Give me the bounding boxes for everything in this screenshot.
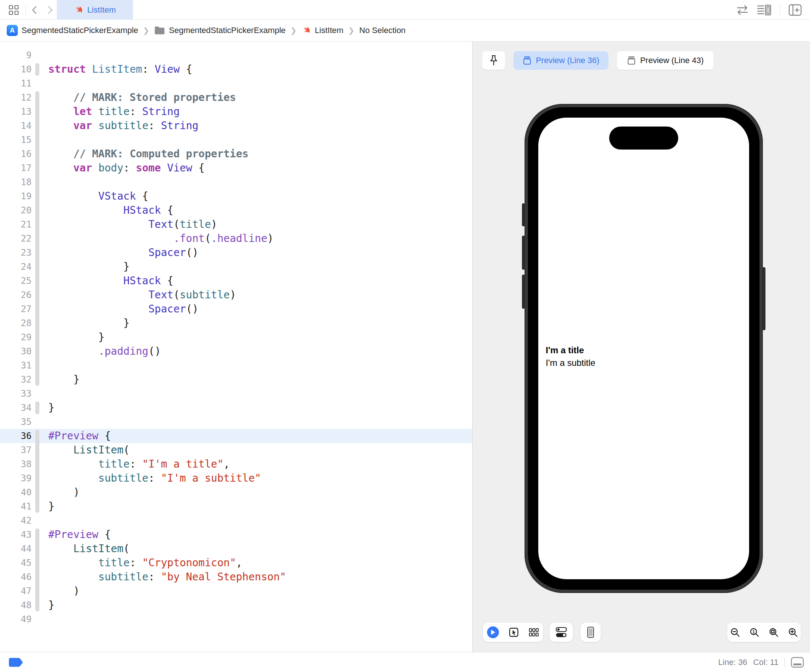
code-line[interactable]: 40 ) xyxy=(0,485,472,499)
code-line[interactable]: 21 Text(title) xyxy=(0,217,472,232)
code-line[interactable]: 32 } xyxy=(0,372,472,387)
forward-icon[interactable] xyxy=(45,5,54,15)
preview-tab-line36[interactable]: Preview (Line 36) xyxy=(513,51,608,70)
line-number[interactable]: 19 xyxy=(0,189,32,203)
line-number[interactable]: 17 xyxy=(0,161,32,175)
line-number[interactable]: 12 xyxy=(0,91,32,104)
pin-preview-button[interactable] xyxy=(482,51,505,70)
toggle-bottom-bar-icon[interactable] xyxy=(791,657,804,668)
line-number[interactable]: 11 xyxy=(0,76,32,91)
code-line[interactable]: 49 xyxy=(0,612,472,627)
code-line[interactable]: 43#Preview { xyxy=(0,528,472,542)
code-line[interactable]: 33 xyxy=(0,387,472,401)
code-review-icon[interactable] xyxy=(736,5,749,15)
line-number[interactable]: 48 xyxy=(0,598,32,612)
line-number[interactable]: 18 xyxy=(0,175,32,189)
add-editor-icon[interactable] xyxy=(788,4,802,16)
code-line[interactable]: 18 xyxy=(0,175,472,189)
code-line[interactable]: 11 xyxy=(0,76,472,91)
back-icon[interactable] xyxy=(30,5,40,15)
breadcrumb-selection[interactable]: No Selection xyxy=(359,25,406,35)
line-number[interactable]: 30 xyxy=(0,344,32,359)
code-line[interactable]: 44 ListItem( xyxy=(0,542,472,556)
line-number[interactable]: 31 xyxy=(0,359,32,372)
breakpoint-indicator[interactable] xyxy=(8,657,24,667)
code-line[interactable]: 28 } xyxy=(0,316,472,330)
line-number[interactable]: 41 xyxy=(0,499,32,514)
code-line[interactable]: 45 title: "Cryptonomicon", xyxy=(0,556,472,570)
line-number[interactable]: 21 xyxy=(0,217,32,232)
code-line[interactable]: 19 VStack { xyxy=(0,189,472,203)
line-number[interactable]: 25 xyxy=(0,274,32,288)
line-number[interactable]: 38 xyxy=(0,457,32,471)
device-settings-button[interactable] xyxy=(550,623,573,642)
code-line[interactable]: 9 xyxy=(0,48,472,62)
line-number[interactable]: 14 xyxy=(0,119,32,133)
code-line[interactable]: 20 HStack { xyxy=(0,203,472,217)
line-number[interactable]: 39 xyxy=(0,471,32,485)
line-number[interactable]: 49 xyxy=(0,612,32,627)
device-picker-button[interactable] xyxy=(580,623,601,642)
code-editor[interactable]: 910struct ListItem: View {1112 // MARK: … xyxy=(0,42,472,652)
zoom-out-icon[interactable] xyxy=(730,627,740,637)
line-number[interactable]: 45 xyxy=(0,556,32,570)
line-number[interactable]: 27 xyxy=(0,302,32,316)
breadcrumb-group[interactable]: SegmentedStaticPickerExample xyxy=(154,25,285,35)
code-line[interactable]: 47 ) xyxy=(0,584,472,598)
line-number[interactable]: 9 xyxy=(0,48,32,62)
code-line[interactable]: 26 Text(subtitle) xyxy=(0,288,472,302)
code-line[interactable]: 38 title: "I'm a title", xyxy=(0,457,472,471)
code-line[interactable]: 22 .font(.headline) xyxy=(0,232,472,246)
code-line[interactable]: 29 } xyxy=(0,330,472,344)
code-line[interactable]: 46 subtitle: "by Neal Stephenson" xyxy=(0,570,472,584)
line-number[interactable]: 44 xyxy=(0,542,32,556)
code-line[interactable]: 27 Spacer() xyxy=(0,302,472,316)
line-number[interactable]: 20 xyxy=(0,203,32,217)
line-number[interactable]: 22 xyxy=(0,232,32,246)
line-number[interactable]: 26 xyxy=(0,288,32,302)
line-number[interactable]: 46 xyxy=(0,570,32,584)
breadcrumb-project[interactable]: A SegmentedStaticPickerExample xyxy=(7,25,138,36)
code-line[interactable]: 13 let title: String xyxy=(0,104,472,119)
line-number[interactable]: 33 xyxy=(0,387,32,401)
line-number[interactable]: 15 xyxy=(0,133,32,147)
code-line[interactable]: 10struct ListItem: View { xyxy=(0,62,472,76)
code-line[interactable]: 34} xyxy=(0,401,472,415)
code-line[interactable]: 36#Preview { xyxy=(0,429,472,443)
code-line[interactable]: 35 xyxy=(0,415,472,429)
line-number[interactable]: 10 xyxy=(0,62,32,76)
line-number[interactable]: 40 xyxy=(0,485,32,499)
code-line[interactable]: 12 // MARK: Stored properties xyxy=(0,91,472,104)
line-number[interactable]: 13 xyxy=(0,104,32,119)
code-line[interactable]: 24 } xyxy=(0,260,472,274)
code-line[interactable]: 37 ListItem( xyxy=(0,443,472,457)
code-line[interactable]: 23 Spacer() xyxy=(0,246,472,260)
line-number[interactable]: 29 xyxy=(0,330,32,344)
line-number[interactable]: 37 xyxy=(0,443,32,457)
live-preview-play-icon[interactable] xyxy=(487,627,499,638)
line-number[interactable]: 43 xyxy=(0,528,32,542)
tab-overview-icon[interactable] xyxy=(7,4,20,16)
line-number[interactable]: 32 xyxy=(0,372,32,387)
code-line[interactable]: 48} xyxy=(0,598,472,612)
line-number[interactable]: 28 xyxy=(0,316,32,330)
line-number[interactable]: 36 xyxy=(0,429,32,443)
code-line[interactable]: 16 // MARK: Computed properties xyxy=(0,147,472,161)
code-line[interactable]: 14 var subtitle: String xyxy=(0,119,472,133)
selectable-mode-icon[interactable] xyxy=(509,627,519,637)
zoom-fit-icon[interactable] xyxy=(768,627,779,637)
preview-tab-line43[interactable]: Preview (Line 43) xyxy=(617,51,714,70)
tab-listitem[interactable]: ListItem xyxy=(57,0,133,20)
line-number[interactable]: 35 xyxy=(0,415,32,429)
code-line[interactable]: 15 xyxy=(0,133,472,147)
breadcrumb-file[interactable]: ListItem xyxy=(301,25,343,35)
code-line[interactable]: 30 .padding() xyxy=(0,344,472,359)
code-line[interactable]: 17 var body: some View { xyxy=(0,161,472,175)
line-number[interactable]: 24 xyxy=(0,260,32,274)
code-line[interactable]: 31 xyxy=(0,359,472,372)
device-screen[interactable]: I'm a title I'm a subtitle xyxy=(538,118,749,579)
editor-options-icon[interactable] xyxy=(757,4,772,16)
variants-mode-icon[interactable] xyxy=(528,628,539,637)
code-line[interactable]: 39 subtitle: "I'm a subtitle" xyxy=(0,471,472,485)
line-number[interactable]: 23 xyxy=(0,246,32,260)
